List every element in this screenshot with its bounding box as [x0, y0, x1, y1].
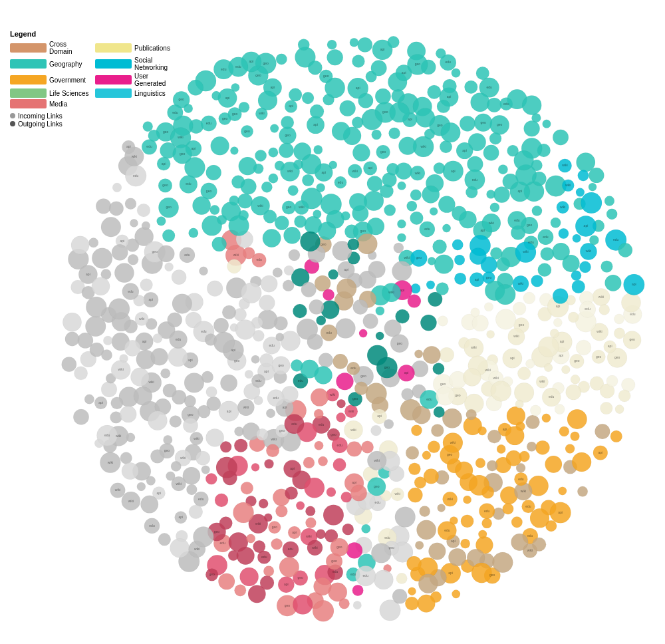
legend-item-cross-domain: Cross Domain [10, 41, 90, 55]
outgoing-links-dot [10, 121, 15, 126]
linguistics-label: Linguistics [134, 90, 166, 97]
legend: Legend Cross Domain Publications Geograp… [10, 30, 182, 128]
incoming-links-item: Incoming Links [10, 112, 182, 120]
user-generated-label: User Generated [134, 73, 182, 87]
legend-item-publications: Publications [95, 41, 182, 55]
legend-item-user-generated: User Generated [95, 73, 182, 87]
media-label: Media [49, 100, 67, 108]
government-swatch [10, 75, 47, 84]
legend-links: Incoming Links Outgoing Links [10, 112, 182, 128]
legend-item-linguistics: Linguistics [95, 88, 182, 98]
user-generated-swatch [95, 75, 132, 84]
publications-label: Publications [134, 45, 170, 52]
legend-item-geography: Geography [10, 57, 90, 71]
legend-item-media: Media [10, 99, 90, 108]
cross-domain-swatch [10, 43, 47, 53]
outgoing-links-label: Outgoing Links [18, 120, 63, 128]
incoming-links-dot [10, 113, 15, 118]
legend-grid: Cross Domain Publications Geography Soci… [10, 41, 182, 108]
linguistics-swatch [95, 88, 132, 98]
incoming-links-label: Incoming Links [18, 112, 63, 120]
legend-item-social-networking: Social Networking [95, 57, 182, 71]
publications-swatch [95, 43, 132, 53]
legend-title: Legend [10, 30, 182, 38]
social-networking-label: Social Networking [134, 57, 182, 71]
life-sciences-label: Life Sciences [49, 90, 88, 97]
geography-swatch [10, 59, 47, 69]
life-sciences-swatch [10, 88, 47, 98]
media-swatch [10, 99, 47, 108]
legend-item-government: Government [10, 73, 90, 87]
legend-item-life-sciences: Life Sciences [10, 88, 90, 98]
government-label: Government [49, 77, 86, 84]
geography-label: Geography [49, 61, 82, 68]
social-networking-swatch [95, 59, 132, 69]
outgoing-links-item: Outgoing Links [10, 120, 182, 128]
cross-domain-label: Cross Domain [49, 41, 90, 55]
